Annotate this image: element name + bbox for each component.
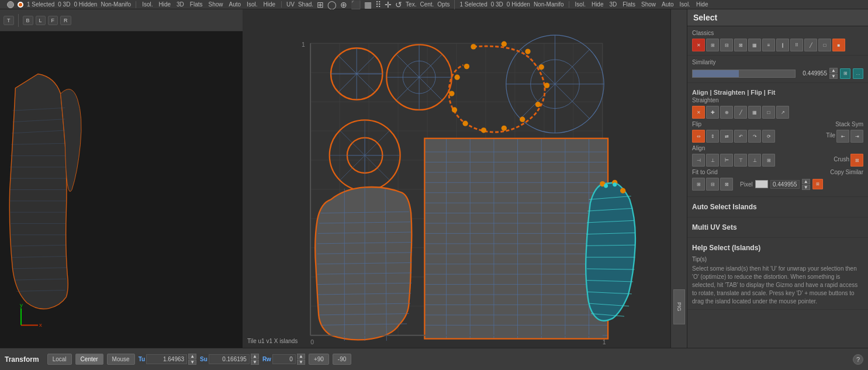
flip-h-btn[interactable]: ⇔	[692, 130, 705, 143]
move-icon[interactable]: ✛	[385, 0, 392, 9]
similarity-up-btn[interactable]: ▲	[829, 68, 838, 73]
align-m-btn[interactable]: ⊞	[762, 154, 775, 167]
flip-diag-btn[interactable]: ⇄	[720, 130, 733, 143]
help-select-title[interactable]: Help Select (Islands)	[692, 241, 863, 254]
right-isol-btn-1[interactable]: Isol.	[574, 1, 587, 8]
pixel-color-swatch[interactable]	[755, 180, 768, 188]
center-btn[interactable]: Center	[75, 354, 103, 365]
auto-select-title[interactable]: Auto Select Islands	[692, 200, 863, 213]
select-checker-btn[interactable]: ▦	[748, 39, 761, 51]
flip-arr2-btn[interactable]: ↷	[748, 130, 761, 143]
left-isol-btn-2[interactable]: Isol.	[245, 1, 258, 8]
right-isol-btn-2[interactable]: Isol.	[679, 1, 691, 8]
right-selected-stat: 1 Selected	[459, 1, 487, 8]
select-grid2-btn[interactable]: ⊟	[720, 39, 733, 51]
mouse-btn[interactable]: Mouse	[107, 354, 135, 365]
str-diag-btn[interactable]: ╱	[734, 106, 747, 119]
align-c-btn[interactable]: ⊥	[706, 154, 719, 167]
multi-uv-title[interactable]: Multi UV Sets	[692, 221, 863, 234]
right-auto-btn[interactable]: Auto	[660, 1, 675, 8]
tu-up-btn[interactable]: ▲	[188, 354, 196, 359]
pin-button[interactable]: PIG	[673, 289, 685, 324]
left-hide-btn-1[interactable]: Hide	[157, 1, 172, 8]
rw-up-btn[interactable]: ▲	[297, 354, 305, 359]
left-3d-btn[interactable]: 3D	[175, 1, 185, 8]
str-plus-btn[interactable]: ✚	[706, 106, 719, 119]
pixel-orange-btn[interactable]: ⊠	[812, 179, 823, 189]
cube-icon[interactable]: ⬛	[351, 0, 361, 9]
rw-down-btn[interactable]: ▼	[297, 359, 305, 365]
similarity-teal-btn[interactable]: ⊞	[840, 68, 850, 79]
select-lines-btn[interactable]: ≡	[762, 39, 775, 51]
right-hide-btn-1[interactable]: Hide	[590, 1, 605, 8]
pixel-down-btn[interactable]: ▼	[802, 185, 810, 190]
tu-input[interactable]	[146, 354, 187, 364]
minus90-btn[interactable]: -90	[333, 354, 351, 365]
left-tb-btn-1[interactable]: T	[4, 16, 14, 25]
left-hide-btn-2[interactable]: Hide	[262, 1, 276, 8]
select-grid3-btn[interactable]: ⊠	[734, 39, 747, 51]
local-btn[interactable]: Local	[47, 354, 72, 365]
select-grid-btn[interactable]: ⊞	[706, 39, 719, 51]
select-orange-sq-btn[interactable]: ■	[832, 39, 845, 51]
left-flats-btn[interactable]: Flats	[189, 1, 204, 8]
str-arrow-btn[interactable]: ↗	[776, 106, 789, 119]
dots-icon[interactable]: ⠿	[375, 0, 381, 9]
align-r-btn[interactable]: ⊢	[720, 154, 733, 167]
align-t-btn[interactable]: ⊤	[734, 154, 747, 167]
flip-arr-btn[interactable]: ↶	[734, 130, 747, 143]
globe-icon[interactable]: ⊕	[340, 0, 347, 9]
checker-icon[interactable]: ▦	[364, 0, 372, 9]
left-tb-btn-2[interactable]: B	[23, 16, 33, 25]
stack-arr2-btn[interactable]: ⇥	[850, 130, 863, 143]
select-x-btn[interactable]: ✕	[692, 39, 705, 51]
left-tb-btn-5[interactable]: R	[60, 16, 71, 25]
3d-viewport-canvas[interactable]: x y	[0, 32, 243, 348]
flip-v-btn[interactable]: ⇕	[706, 130, 719, 143]
select-dots-btn[interactable]: ⠿	[790, 39, 803, 51]
pixel-up-btn[interactable]: ▲	[802, 179, 810, 184]
rotate-icon[interactable]: ↺	[395, 0, 402, 9]
str-cross-btn[interactable]: ⊕	[720, 106, 733, 119]
left-show-btn[interactable]: Show	[208, 1, 224, 8]
su-down-btn[interactable]: ▼	[251, 359, 259, 365]
left-isol-btn-1[interactable]: Isol.	[141, 1, 154, 8]
fitgrid-btn-1[interactable]: ⊞	[692, 178, 705, 191]
fitgrid-btn-2[interactable]: ⊟	[706, 178, 719, 191]
right-show-btn[interactable]: Show	[640, 1, 657, 8]
uv-canvas[interactable]: 1 1 0 Tile u1 v1 X islands	[243, 9, 670, 348]
right-manifo-stat: Non-Manifo	[534, 1, 564, 8]
right-flats-btn[interactable]: Flats	[621, 1, 637, 8]
flip-rot-btn[interactable]: ⟳	[762, 130, 775, 143]
str-sq-btn[interactable]: □	[762, 106, 775, 119]
select-vlines-btn[interactable]: ∥	[776, 39, 789, 51]
grid-icon[interactable]: ⊞	[317, 0, 324, 9]
left-tb-btn-4[interactable]: F	[48, 16, 58, 25]
su-input[interactable]	[209, 354, 250, 364]
similarity-bar[interactable]	[692, 70, 796, 78]
align-l-btn[interactable]: ⊣	[692, 154, 705, 167]
str-grid-btn[interactable]: ▦	[748, 106, 761, 119]
str-x-btn[interactable]: ✕	[692, 106, 705, 119]
select-square-btn[interactable]: □	[818, 39, 831, 51]
su-up-btn[interactable]: ▲	[251, 354, 259, 359]
pixel-value-input[interactable]	[770, 180, 800, 189]
align-b-btn[interactable]: ⊥	[748, 154, 761, 167]
left-auto-btn[interactable]: Auto	[228, 1, 243, 8]
right-hide-btn-2[interactable]: Hide	[695, 1, 710, 8]
select-diag-btn[interactable]: ╱	[804, 39, 817, 51]
help-button[interactable]: ?	[853, 354, 863, 365]
plus90-btn[interactable]: +90	[309, 354, 329, 365]
sphere-icon[interactable]: ◯	[327, 0, 337, 9]
rw-input[interactable]	[272, 354, 296, 364]
right-3d-btn[interactable]: 3D	[608, 1, 618, 8]
uv-status-text: Tile u1 v1 X islands	[247, 338, 298, 344]
similarity-teal-dots-btn[interactable]: …	[853, 68, 863, 79]
fitgrid-btn-3[interactable]: ⊠	[720, 178, 733, 191]
stack-arr-btn[interactable]: ⇤	[836, 130, 849, 143]
crush-btn[interactable]: ⊠	[850, 154, 863, 167]
left-tb-btn-3[interactable]: L	[36, 16, 46, 25]
align-icons: ⊣ ⊥ ⊢ ⊤ ⊥ ⊞	[692, 154, 775, 167]
tu-down-btn[interactable]: ▼	[188, 359, 196, 365]
similarity-down-btn[interactable]: ▼	[829, 74, 838, 79]
